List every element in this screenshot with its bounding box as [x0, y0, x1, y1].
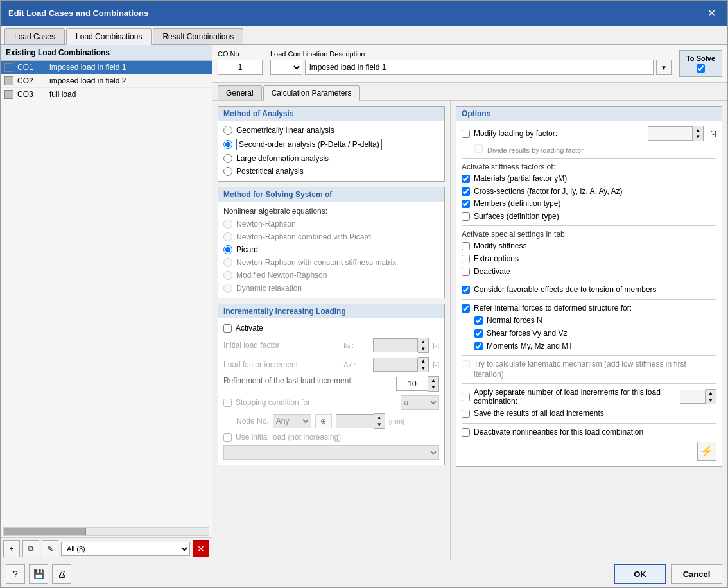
delete-button[interactable]: ✕	[193, 540, 209, 557]
load-item-co2[interactable]: CO2 imposed load in field 2	[1, 74, 212, 88]
stiffness-surfaces-checkbox[interactable]	[462, 212, 470, 221]
radio-geo-linear-input[interactable]	[223, 126, 232, 135]
edit-button[interactable]: ✎	[42, 540, 58, 557]
refinement-input[interactable]	[396, 377, 428, 391]
radio-newton-raphson: Newton-Raphson	[223, 220, 439, 229]
moments-label[interactable]: Moments My, Mz and MT	[487, 342, 573, 352]
radio-geo-linear-label[interactable]: Geometrically linear analysis	[236, 126, 334, 135]
refer-internal-label[interactable]: Refer internal forces to deformed struct…	[474, 304, 632, 314]
tab-load-combinations[interactable]: Load Combinations	[66, 28, 152, 45]
modify-loading-checkbox[interactable]	[462, 130, 470, 138]
top-section: CO No. Load Combination Description ▼	[212, 45, 727, 83]
stiffness-materials-checkbox[interactable]	[462, 175, 470, 183]
radio-newton-constant-label[interactable]: Newton-Raphson with constant stiffness m…	[236, 258, 396, 267]
activate-label[interactable]: Activate	[236, 324, 263, 333]
tab-result-combinations[interactable]: Result Combinations	[153, 28, 243, 44]
radio-second-order-label[interactable]: Second-order analysis (P-Delta / P-delta…	[236, 139, 382, 150]
extra-options-checkbox[interactable]	[462, 255, 470, 263]
modify-loading-label: Modify loading by factor:	[474, 129, 644, 138]
cancel-button[interactable]: Cancel	[671, 564, 722, 584]
stiffness-members-label[interactable]: Members (definition type)	[474, 199, 560, 209]
horizontal-scrollbar[interactable]	[3, 527, 209, 536]
to-solve-checkbox[interactable]	[686, 64, 715, 73]
node-spin-up: ▲	[374, 414, 385, 421]
radio-modified-newton-label[interactable]: Modified Newton-Raphson	[236, 271, 327, 280]
deactivate-special-label[interactable]: Deactivate	[474, 267, 510, 277]
normal-forces-row: Normal forces N	[474, 316, 716, 326]
modify-stiffness-checkbox[interactable]	[462, 242, 470, 250]
modify-loading-spin-up: ▲	[693, 126, 703, 134]
co-no-input[interactable]	[218, 60, 263, 75]
radio-postcritical-label[interactable]: Postcritical analysis	[236, 167, 304, 176]
activate-checkbox[interactable]	[223, 324, 232, 333]
radio-newton-picard-label[interactable]: Newton-Raphson combined with Picard	[236, 232, 371, 241]
method-of-analysis-section: Method of Analysis Geometrically linear …	[218, 106, 445, 182]
stiffness-surfaces-label[interactable]: Surfaces (definition type)	[474, 212, 559, 222]
save-results-label[interactable]: Save the results of all load increments	[474, 409, 604, 419]
apply-separate-checkbox[interactable]	[462, 393, 470, 401]
load-item-co3[interactable]: CO3 full load	[1, 88, 212, 101]
normal-forces-label[interactable]: Normal forces N	[487, 316, 542, 326]
radio-picard-label[interactable]: Picard	[236, 245, 258, 254]
consider-favorable-label[interactable]: Consider favorable effects due to tensio…	[474, 285, 657, 295]
stiffness-cross-sections-label[interactable]: Cross-sections (factor for J, Iy, Iz, A,…	[474, 187, 622, 197]
radio-dynamic-label[interactable]: Dynamic relaxation	[236, 284, 302, 293]
scrollbar-thumb[interactable]	[4, 528, 86, 535]
radio-newton-picard-input[interactable]	[223, 232, 232, 241]
radio-large-def-input[interactable]	[223, 154, 232, 163]
description-dropdown-btn[interactable]: ▼	[656, 60, 672, 75]
load-increment-row: Load factor increment Δk : ▲ ▼ [-]	[223, 357, 439, 372]
help-button[interactable]: ?	[6, 564, 25, 584]
stiffness-materials-label[interactable]: Materials (partial factor γM)	[474, 174, 567, 184]
radio-postcritical-input[interactable]	[223, 167, 232, 176]
separator-3	[462, 281, 716, 281]
try-kinematic-label: Try to calculate kinematic mechanism (ad…	[474, 359, 716, 379]
tab-load-cases[interactable]: Load Cases	[4, 28, 65, 44]
save-button[interactable]: 💾	[29, 564, 48, 584]
load-item-co1[interactable]: CO1 imposed load in field 1	[1, 61, 212, 74]
method-solving-content: Nonlinear algebraic equations: Newton-Ra…	[218, 202, 444, 298]
refinement-spin-up[interactable]: ▲	[428, 377, 438, 384]
save-results-checkbox[interactable]	[462, 410, 470, 418]
radio-geo-linear: Geometrically linear analysis	[223, 126, 439, 135]
radio-modified-newton-input[interactable]	[223, 271, 232, 280]
separator-4	[462, 299, 716, 300]
filter-dropdown[interactable]: All (3)	[61, 542, 190, 556]
radio-newton-constant-input[interactable]	[223, 258, 232, 267]
modify-stiffness-label[interactable]: Modify stiffness	[474, 241, 526, 252]
stiffness-members-checkbox[interactable]	[462, 200, 470, 208]
extra-options-label[interactable]: Extra options	[474, 254, 519, 264]
description-type-dropdown[interactable]	[270, 60, 302, 75]
copy-button[interactable]: ⧉	[22, 540, 39, 557]
apply-separate-spin-down: ▼	[706, 397, 716, 404]
radio-picard-input[interactable]	[223, 245, 232, 254]
shear-forces-label[interactable]: Shear forces Vy and Vz	[487, 329, 568, 339]
deactivate-nonlinear-label[interactable]: Deactivate nonlinearities for this load …	[474, 428, 643, 438]
ok-button[interactable]: OK	[614, 564, 666, 584]
node-dropdown: Any	[273, 414, 311, 428]
refinement-spin-down[interactable]: ▼	[428, 384, 438, 391]
refer-internal-checkbox[interactable]	[462, 304, 470, 313]
close-button[interactable]: ✕	[704, 6, 720, 21]
radio-newton-raphson-label[interactable]: Newton-Raphson	[236, 220, 296, 229]
radio-newton-constant: Newton-Raphson with constant stiffness m…	[223, 258, 439, 267]
node-no-label: Node No.	[236, 417, 269, 426]
normal-forces-checkbox[interactable]	[474, 316, 483, 325]
radio-newton-raphson-input[interactable]	[223, 220, 232, 229]
consider-favorable-checkbox[interactable]	[462, 286, 470, 294]
moments-checkbox[interactable]	[474, 342, 483, 350]
deactivate-nonlinear-checkbox[interactable]	[462, 428, 470, 437]
description-input[interactable]	[305, 60, 654, 75]
apply-separate-input	[680, 390, 706, 404]
add-button[interactable]: +	[3, 540, 20, 557]
radio-second-order-input[interactable]	[223, 140, 232, 149]
thunder-icon-button[interactable]: ⚡	[697, 442, 716, 461]
deactivate-special-checkbox[interactable]	[462, 268, 470, 276]
radio-dynamic-input[interactable]	[223, 284, 232, 293]
stiffness-cross-sections-checkbox[interactable]	[462, 187, 470, 196]
radio-large-def-label[interactable]: Large deformation analysis	[236, 154, 329, 163]
inner-tab-calc-params[interactable]: Calculation Parameters	[263, 85, 360, 101]
inner-tab-general[interactable]: General	[218, 85, 262, 100]
shear-forces-checkbox[interactable]	[474, 329, 483, 338]
print-button[interactable]: 🖨	[52, 564, 71, 584]
